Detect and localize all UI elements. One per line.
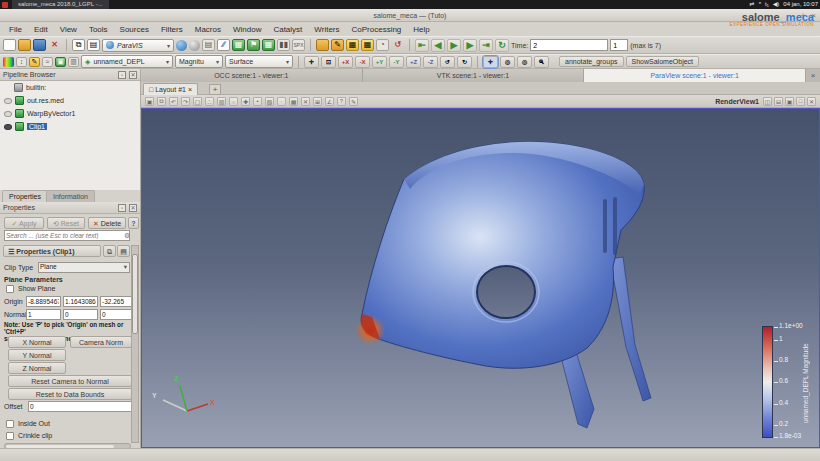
tab-information[interactable]: Information — [46, 190, 95, 202]
rescale-custom-icon[interactable] — [29, 57, 40, 67]
select-points-on-icon[interactable] — [205, 97, 214, 106]
layout-tab[interactable]: □ Layout #1 × — [143, 83, 198, 95]
delete-button[interactable]: ✕ Delete — [88, 217, 126, 229]
reset-camera-icon[interactable] — [304, 56, 319, 68]
search-input[interactable] — [4, 230, 130, 241]
menu-view[interactable]: View — [55, 23, 82, 36]
menu-coprocessing[interactable]: CoProcessing — [347, 23, 407, 36]
camera-normal-button[interactable]: Camera Norm — [70, 336, 132, 348]
select-points-through-icon[interactable] — [229, 97, 238, 106]
module-selector[interactable]: ParaViS▾ — [102, 39, 174, 52]
copy-icon[interactable] — [72, 39, 85, 51]
show-center-axes-icon[interactable] — [500, 56, 515, 68]
select-cells-on-icon[interactable] — [193, 97, 202, 106]
view-minus-z-button[interactable] — [423, 56, 438, 68]
properties-section-header[interactable]: ☰ Properties (Clip1) — [3, 245, 101, 257]
interactive-select-points-icon[interactable] — [253, 97, 262, 106]
split-vertical-icon[interactable] — [774, 97, 783, 106]
pipeline-item-warpbyvector[interactable]: WarpByVector1 — [0, 107, 140, 120]
clip-type-combo[interactable]: Plane▾ — [38, 262, 130, 273]
properties-vertical-scrollbar[interactable] — [131, 245, 139, 443]
reset-to-data-bounds-button[interactable]: Reset to Data Bounds — [8, 388, 132, 400]
z-normal-button[interactable]: Z Normal — [8, 362, 66, 374]
next-frame-button[interactable] — [463, 39, 477, 52]
hover-points-icon[interactable] — [277, 97, 286, 106]
menu-macros[interactable]: Macros — [190, 23, 226, 36]
interactive-select-cells-icon[interactable] — [241, 97, 250, 106]
view-plus-y-button[interactable] — [372, 56, 387, 68]
spreadsheet-view-icon[interactable] — [262, 39, 275, 51]
open-state-icon[interactable] — [316, 39, 329, 51]
visibility-off-icon[interactable] — [4, 111, 12, 117]
menu-window[interactable]: Window — [228, 23, 266, 36]
glyph-filter-icon[interactable] — [247, 39, 260, 51]
pipeline-browser-header[interactable]: Pipeline Browser — [0, 69, 140, 81]
previous-frame-button[interactable] — [431, 39, 445, 52]
edit-color-map-icon[interactable] — [3, 57, 14, 67]
view-minus-y-button[interactable] — [389, 56, 404, 68]
y-normal-button[interactable]: Y Normal — [8, 349, 66, 361]
first-frame-button[interactable] — [415, 39, 429, 52]
disconnect-server-icon[interactable] — [189, 40, 200, 51]
show-plane-checkbox[interactable] — [6, 285, 14, 293]
time-value-input[interactable] — [530, 39, 608, 51]
close-panel-icon[interactable] — [129, 204, 137, 212]
view-minus-x-button[interactable] — [355, 56, 370, 68]
reset-center-icon[interactable] — [517, 56, 532, 68]
view-plus-x-button[interactable] — [338, 56, 353, 68]
close-viewer-tab-icon[interactable]: × — [806, 69, 820, 82]
select-cells-through-icon[interactable] — [217, 97, 226, 106]
rotate-90-cw-icon[interactable] — [457, 56, 472, 68]
menu-catalyst[interactable]: Catalyst — [268, 23, 307, 36]
network-icon[interactable] — [750, 0, 755, 9]
inside-out-checkbox[interactable] — [6, 420, 14, 428]
representation-selector[interactable]: Surface▾ — [225, 55, 293, 68]
render-viewport[interactable]: X Y Z 1.1e+00 1 0.8 0.6 0.4 0.2 1.8e-03 … — [141, 108, 820, 448]
select-block-icon[interactable] — [289, 97, 298, 106]
help-button[interactable]: ? — [128, 217, 139, 229]
custom-filter-icon[interactable] — [346, 39, 359, 51]
close-panel-icon[interactable] — [129, 71, 137, 79]
open-file-icon[interactable] — [18, 39, 31, 51]
zoom-box-icon[interactable] — [534, 56, 549, 68]
detach-view-icon[interactable] — [785, 97, 794, 106]
normal-z-field[interactable] — [100, 309, 132, 320]
color-array-selector[interactable]: ◈unnamed_DEPL▾ — [81, 55, 173, 68]
annotate-groups-button[interactable]: annotate_groups — [559, 56, 624, 67]
offset-field[interactable] — [28, 401, 132, 412]
connect-server-icon[interactable] — [176, 40, 187, 51]
tab-properties[interactable]: Properties — [2, 190, 48, 202]
probe-icon[interactable] — [337, 97, 346, 106]
pipeline-item-source[interactable]: out.res.med — [0, 94, 140, 107]
reset-session-icon[interactable] — [391, 39, 404, 51]
x-normal-button[interactable]: X Normal — [8, 336, 66, 348]
add-layout-button[interactable]: + — [209, 84, 221, 95]
ruler-icon[interactable] — [325, 97, 334, 106]
menu-file[interactable]: File — [4, 23, 27, 36]
zoom-to-box-icon[interactable] — [313, 97, 322, 106]
rescale-visible-icon[interactable] — [55, 57, 66, 67]
visibility-off-icon[interactable] — [4, 98, 12, 104]
loop-button[interactable] — [495, 39, 509, 52]
pipeline-item-builtin[interactable]: builtin: — [0, 81, 140, 94]
component-selector[interactable]: Magnitu▾ — [175, 55, 223, 68]
save-document-icon[interactable] — [33, 39, 46, 51]
rotate-90-ccw-icon[interactable] — [440, 56, 455, 68]
manage-plugins-icon[interactable] — [361, 39, 374, 51]
normal-x-field[interactable] — [26, 309, 61, 320]
tab-paraview-viewer[interactable]: ParaView scene:1 - viewer:1 — [584, 69, 806, 82]
apply-button[interactable]: ✓ Apply — [4, 217, 44, 229]
origin-z-field[interactable] — [100, 296, 132, 307]
menu-sources[interactable]: Sources — [115, 23, 154, 36]
text-source-icon[interactable] — [292, 39, 305, 51]
show-salome-object-button[interactable]: ShowSalomeObject — [626, 56, 699, 67]
reset-button[interactable]: ⟲ Reset — [47, 217, 85, 229]
screenshot-icon[interactable] — [145, 97, 154, 106]
clock[interactable]: 04 jan, 10:07 — [783, 0, 818, 9]
view-plus-z-button[interactable] — [406, 56, 421, 68]
taskbar-window-button[interactable]: salome_meca 2018.0_LGPL -... — [12, 0, 109, 9]
tab-occ-viewer[interactable]: OCC scene:1 - viewer:1 — [141, 69, 363, 82]
paste-properties-icon[interactable] — [117, 245, 130, 257]
mesh-model[interactable] — [142, 109, 820, 449]
extract-grid-icon[interactable] — [232, 39, 245, 51]
